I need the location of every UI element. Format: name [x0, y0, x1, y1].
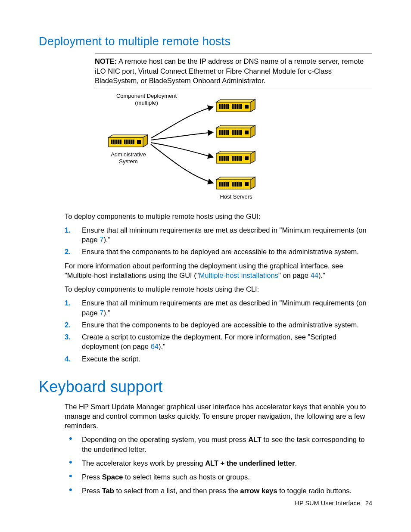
- list-item: 1. Ensure that all minimum requirements …: [65, 298, 372, 317]
- step-text: Create a script to customize the deploym…: [82, 333, 336, 350]
- text: Press: [82, 473, 102, 481]
- list-item: 2. Ensure that the components to be depl…: [65, 320, 372, 330]
- bold: arrow keys: [240, 487, 277, 495]
- step-text: Execute the script.: [82, 355, 140, 363]
- diagram-label-top1: Component Deployment: [116, 93, 177, 99]
- text: ).": [318, 271, 325, 279]
- step-text: Ensure that all minimum requirements are…: [82, 226, 367, 243]
- list-item: 2. Ensure that the components to be depl…: [65, 247, 372, 256]
- bold: ALT: [248, 436, 262, 443]
- list-item: The accelerator keys work by pressing AL…: [65, 458, 372, 468]
- diagram-label-hosts: Host Servers: [220, 193, 252, 200]
- step-text: Ensure that the components to be deploye…: [82, 321, 359, 329]
- step-number: 4.: [65, 354, 78, 364]
- link-multiple-host[interactable]: Multiple-host installations: [199, 271, 278, 279]
- cli-intro: To deploy components to multiple remote …: [65, 284, 372, 294]
- step-number: 2.: [65, 247, 78, 256]
- bold: Tab: [102, 487, 114, 495]
- keyboard-bullets: Depending on the operating system, you m…: [65, 435, 372, 495]
- deployment-diagram: Component Deployment (multiple) Administ…: [73, 92, 372, 206]
- step-number: 1.: [65, 298, 78, 308]
- list-item: 4. Execute the script.: [65, 354, 372, 364]
- step-text: Ensure that the components to be deploye…: [82, 248, 359, 255]
- list-item: 3. Create a script to customize the depl…: [65, 332, 372, 352]
- step-number: 2.: [65, 320, 78, 330]
- more-info: For more information about performing th…: [65, 261, 372, 280]
- step-text-post: ).": [159, 342, 165, 350]
- diagram-label-top2: (multiple): [135, 100, 158, 106]
- page-link[interactable]: 44: [311, 271, 318, 279]
- gui-intro: To deploy components to multiple remote …: [65, 212, 372, 221]
- step-text-post: ).": [103, 236, 110, 243]
- step-number: 3.: [65, 332, 78, 342]
- bold: ALT + the underlined letter: [205, 459, 295, 467]
- page-link[interactable]: 64: [151, 342, 159, 350]
- list-item: 1. Ensure that all minimum requirements …: [65, 225, 372, 245]
- footer-page: 24: [365, 500, 372, 507]
- text: " on page: [278, 271, 311, 279]
- note-box: NOTE: A remote host can be the IP addres…: [95, 53, 372, 88]
- diagram-label-admin1: Administrative: [111, 151, 146, 158]
- diagram-label-admin2: System: [119, 158, 137, 165]
- text: to toggle radio buttons.: [277, 487, 352, 495]
- text: The accelerator keys work by pressing: [82, 459, 205, 467]
- step-text: Ensure that all minimum requirements are…: [82, 299, 367, 316]
- gui-steps: 1. Ensure that all minimum requirements …: [65, 225, 372, 257]
- list-item: Depending on the operating system, you m…: [65, 435, 372, 454]
- list-item: Press Space to select items such as host…: [65, 472, 372, 482]
- page-footer: HP SUM User Interface 24: [295, 499, 372, 508]
- text: .: [295, 459, 297, 467]
- page: Deployment to multiple remote hosts NOTE…: [0, 0, 411, 532]
- heading-keyboard-support: Keyboard support: [39, 376, 372, 398]
- heading-deployment: Deployment to multiple remote hosts: [39, 34, 372, 49]
- list-item: Press Tab to select from a list, and the…: [65, 486, 372, 495]
- text: Press: [82, 487, 102, 495]
- note-label: NOTE:: [95, 57, 117, 65]
- step-text-post: ).": [103, 309, 110, 317]
- step-number: 1.: [65, 225, 78, 235]
- text: to select items such as hosts or groups.: [123, 473, 249, 481]
- text: to select from a list, and then press th…: [114, 487, 240, 495]
- footer-text: HP SUM User Interface: [295, 500, 360, 507]
- keyboard-intro: The HP Smart Update Manager graphical us…: [65, 402, 372, 431]
- note-text: A remote host can be the IP address or D…: [95, 57, 364, 84]
- bold: Space: [102, 473, 123, 481]
- text: Depending on the operating system, you m…: [82, 436, 248, 443]
- cli-steps: 1. Ensure that all minimum requirements …: [65, 298, 372, 364]
